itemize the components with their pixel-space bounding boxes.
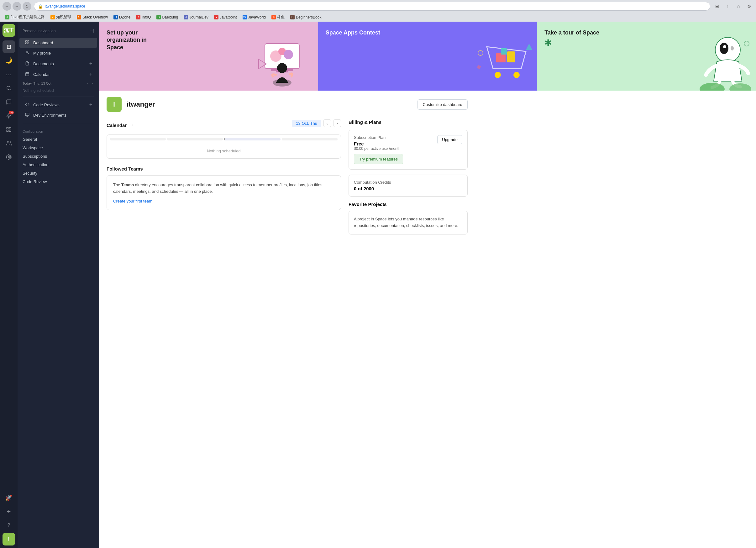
share-btn[interactable]: ↑ (723, 2, 732, 11)
svg-point-39 (720, 43, 728, 54)
calendar-label: Calendar (33, 72, 86, 77)
premium-button[interactable]: Try premium features (354, 154, 403, 164)
rail-add-icon[interactable]: + (3, 505, 15, 518)
bookmark-javaworld[interactable]: W JavaWorld (240, 14, 268, 20)
svg-rect-5 (9, 130, 11, 132)
sidebar-item-calendar[interactable]: Calendar + (19, 69, 97, 79)
rail-gear-icon[interactable] (3, 151, 15, 163)
billing-row: Subscription Plan Free $0.00 per active … (354, 135, 462, 151)
upgrade-button[interactable]: Upgrade (437, 135, 462, 144)
bookmark-journaldev[interactable]: J JournalDev (181, 14, 211, 20)
svg-point-43 (729, 83, 751, 91)
favorite-projects-section: Favorite Projects A project in Space let… (349, 202, 468, 234)
bookmark-java[interactable]: J Java程序员进阶之路 (3, 14, 47, 20)
rail-grid-icon[interactable] (3, 123, 15, 136)
svg-point-0 (7, 86, 10, 90)
favorite-projects-desc: A project in Space lets you manage resou… (354, 216, 462, 229)
rail-dots-icon[interactable]: ··· (3, 68, 15, 81)
sidebar-divider-1 (23, 97, 94, 97)
rail-brand-bottom-icon[interactable]: ! (3, 533, 15, 545)
config-code-review[interactable]: Code Review (18, 177, 99, 186)
main-content: Set up your organization in Space (99, 22, 756, 548)
hero-banner-contest[interactable]: Space Apps Contest (318, 22, 537, 91)
calendar-add-icon[interactable]: + (89, 71, 92, 77)
address-bar[interactable]: 🔒 itwanger.jetbrains.space (34, 2, 710, 11)
config-general[interactable]: General (18, 135, 99, 144)
followed-teams-header: Followed Teams (107, 166, 341, 171)
config-subscriptions[interactable]: Subscriptions (18, 152, 99, 161)
config-authentication[interactable]: Authentication (18, 161, 99, 169)
bookmark-baeldung[interactable]: B Baeldung (154, 14, 181, 20)
forward-button[interactable]: → (13, 2, 21, 11)
create-team-link[interactable]: Create your first team (113, 199, 334, 203)
rail-rocket-icon[interactable]: 🚀 (3, 492, 15, 504)
bookmark-infoq[interactable]: i InfoQ (134, 14, 153, 20)
collapse-icon[interactable]: ⊣ (90, 28, 94, 34)
rail-moon-icon[interactable]: 🌙 (3, 54, 15, 67)
svg-rect-18 (25, 113, 29, 116)
svg-point-41 (723, 45, 726, 48)
calendar-widget: Nothing scheduled (107, 134, 341, 159)
date-prev-arrow[interactable]: ‹ (86, 81, 90, 86)
calendar-section: Calendar + 13 Oct, Thu ‹ › (107, 119, 341, 159)
calendar-add-button[interactable]: + (129, 121, 137, 129)
svg-point-26 (284, 50, 293, 59)
sidebar-item-code-reviews[interactable]: Code Reviews + (19, 100, 97, 110)
sidebar-date-nav: Today, Thu, 13 Oct ‹ › (18, 80, 99, 87)
svg-rect-10 (28, 41, 29, 42)
left-column: Calendar + 13 Oct, Thu ‹ › (107, 119, 341, 240)
banner-3-title: Take a tour of Space (544, 29, 601, 36)
calendar-next-button[interactable]: › (333, 119, 341, 127)
bookmark-douyu[interactable]: 鱼 斗鱼 (269, 14, 287, 20)
translate-btn[interactable]: ⊞ (713, 2, 722, 11)
svg-rect-3 (7, 127, 8, 129)
sidebar-item-profile[interactable]: My profile (19, 48, 97, 58)
documents-label: Documents (33, 61, 86, 66)
config-security[interactable]: Security (18, 169, 99, 177)
refresh-button[interactable]: ↻ (23, 2, 31, 11)
credits-label: Computation Credits (354, 180, 462, 185)
svg-rect-4 (9, 127, 11, 129)
lightning-badge: 46 (9, 111, 14, 114)
rail-lightning-icon[interactable]: 46 (3, 109, 15, 122)
bookmark-dzone[interactable]: D DZone (111, 14, 133, 20)
sidebar-item-documents[interactable]: Documents + (19, 59, 97, 69)
code-reviews-add-icon[interactable]: + (89, 102, 92, 108)
date-next-arrow[interactable]: › (90, 81, 94, 86)
sidebar-date-label: Today, Thu, 13 Oct (23, 82, 84, 85)
calendar-section-header: Calendar + 13 Oct, Thu ‹ › (107, 119, 341, 131)
calendar-prev-button[interactable]: ‹ (323, 119, 331, 127)
bookmark-btn[interactable]: ☆ (734, 2, 743, 11)
bookmark-beginnersbook[interactable]: B BeginnersBook (288, 14, 324, 20)
bookmark-javatpoint[interactable]: ▲ Javatpoint (212, 14, 239, 20)
two-col-layout: Calendar + 13 Oct, Thu ‹ › (107, 119, 468, 240)
rail-people-icon[interactable] (3, 137, 15, 150)
banner-2-title: Space Apps Contest (326, 29, 382, 36)
sidebar-item-dashboard[interactable]: Dashboard (19, 38, 97, 48)
user-avatar: I (107, 97, 122, 112)
brand-avatar[interactable]: 沉王 (3, 24, 15, 37)
config-workspace[interactable]: Workspace (18, 144, 99, 152)
banner-1-title: Set up your organization in Space (107, 29, 163, 51)
rail-help-icon[interactable]: ? (3, 519, 15, 532)
bookmark-zhishi[interactable]: ★ 知识星球 (48, 14, 74, 20)
rail-dashboard-icon[interactable]: ⊞ (3, 40, 15, 53)
user-header: I itwanger Customize dashboard (107, 97, 468, 112)
rail-search-icon[interactable] (3, 82, 15, 94)
sidebar-item-dev-environments[interactable]: Dev Environments (19, 110, 97, 120)
svg-rect-33 (507, 51, 515, 62)
hero-banner-tour[interactable]: Take a tour of Space ✱ (537, 22, 756, 91)
subscription-plan-label: Subscription Plan (354, 135, 401, 140)
customize-dashboard-button[interactable]: Customize dashboard (417, 99, 468, 110)
documents-add-icon[interactable]: + (89, 61, 92, 66)
calendar-nav: 13 Oct, Thu ‹ › (292, 119, 341, 131)
app-container: 沉王 ⊞ 🌙 ··· 46 🚀 + ? ! Personal (0, 22, 756, 548)
hero-banner-setup[interactable]: Set up your organization in Space (99, 22, 318, 91)
back-button[interactable]: ← (3, 2, 11, 11)
followed-teams-section: Followed Teams The Teams directory encou… (107, 166, 341, 210)
followed-teams-title: Followed Teams (107, 166, 143, 171)
calendar-date-badge[interactable]: 13 Oct, Thu (292, 120, 321, 127)
extensions-btn[interactable]: ⚙ (745, 2, 753, 11)
bookmark-stackoverflow[interactable]: S Stack Overflow (74, 14, 110, 20)
rail-chat-icon[interactable] (3, 96, 15, 108)
